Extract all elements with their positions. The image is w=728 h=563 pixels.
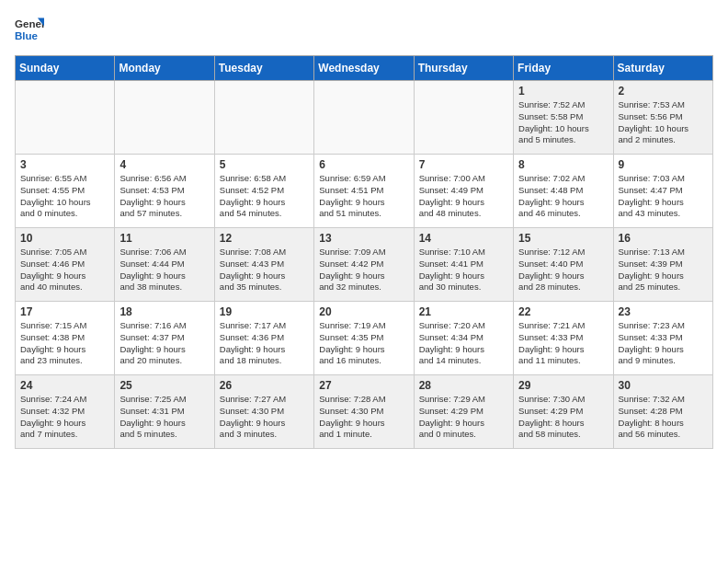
- day-number: 8: [518, 158, 608, 171]
- calendar-cell: 4Sunrise: 6:56 AM Sunset: 4:53 PM Daylig…: [115, 155, 214, 228]
- day-number: 9: [619, 158, 708, 171]
- day-number: 30: [619, 379, 708, 392]
- calendar-cell: 14Sunrise: 7:10 AM Sunset: 4:41 PM Dayli…: [414, 228, 513, 302]
- calendar-cell: 22Sunrise: 7:21 AM Sunset: 4:33 PM Dayli…: [514, 302, 613, 375]
- cell-details: Sunrise: 7:15 AM Sunset: 4:38 PM Dayligh…: [20, 320, 109, 367]
- cell-details: Sunrise: 7:52 AM Sunset: 5:58 PM Dayligh…: [518, 99, 608, 146]
- col-header-thursday: Thursday: [414, 56, 513, 81]
- day-number: 17: [20, 305, 109, 318]
- calendar-cell: [115, 81, 214, 155]
- cell-details: Sunrise: 7:23 AM Sunset: 4:33 PM Dayligh…: [619, 320, 708, 367]
- day-number: 27: [319, 379, 408, 392]
- day-number: 24: [20, 379, 109, 392]
- cell-details: Sunrise: 7:06 AM Sunset: 4:44 PM Dayligh…: [119, 247, 209, 293]
- day-number: 7: [419, 158, 508, 171]
- week-row-1: 1Sunrise: 7:52 AM Sunset: 5:58 PM Daylig…: [16, 81, 713, 155]
- cell-details: Sunrise: 7:19 AM Sunset: 4:35 PM Dayligh…: [319, 320, 408, 367]
- col-header-wednesday: Wednesday: [314, 56, 414, 81]
- col-header-sunday: Sunday: [16, 56, 115, 81]
- svg-text:Blue: Blue: [15, 30, 39, 41]
- logo-icon: General Blue: [15, 15, 44, 44]
- calendar-cell: 3Sunrise: 6:55 AM Sunset: 4:55 PM Daylig…: [16, 155, 115, 228]
- calendar-cell: 26Sunrise: 7:27 AM Sunset: 4:30 PM Dayli…: [214, 375, 313, 449]
- calendar-cell: 27Sunrise: 7:28 AM Sunset: 4:30 PM Dayli…: [314, 375, 414, 449]
- day-number: 20: [319, 305, 408, 318]
- cell-details: Sunrise: 7:08 AM Sunset: 4:43 PM Dayligh…: [220, 247, 309, 293]
- col-header-monday: Monday: [115, 56, 214, 81]
- cell-details: Sunrise: 7:20 AM Sunset: 4:34 PM Dayligh…: [419, 320, 508, 367]
- calendar-cell: [414, 81, 513, 155]
- calendar-body: 1Sunrise: 7:52 AM Sunset: 5:58 PM Daylig…: [16, 81, 713, 449]
- calendar-header: SundayMondayTuesdayWednesdayThursdayFrid…: [16, 56, 713, 81]
- day-number: 16: [619, 232, 708, 245]
- day-number: 11: [119, 232, 209, 245]
- cell-details: Sunrise: 7:03 AM Sunset: 4:47 PM Dayligh…: [619, 173, 708, 220]
- calendar-cell: [16, 81, 115, 155]
- calendar-cell: 19Sunrise: 7:17 AM Sunset: 4:36 PM Dayli…: [214, 302, 313, 375]
- day-number: 5: [220, 158, 309, 171]
- week-row-4: 17Sunrise: 7:15 AM Sunset: 4:38 PM Dayli…: [16, 302, 713, 375]
- cell-details: Sunrise: 7:53 AM Sunset: 5:56 PM Dayligh…: [619, 99, 708, 146]
- day-number: 3: [20, 158, 109, 171]
- day-number: 2: [619, 85, 708, 98]
- calendar-cell: 23Sunrise: 7:23 AM Sunset: 4:33 PM Dayli…: [613, 302, 712, 375]
- calendar-cell: 16Sunrise: 7:13 AM Sunset: 4:39 PM Dayli…: [613, 228, 712, 302]
- calendar-cell: 29Sunrise: 7:30 AM Sunset: 4:29 PM Dayli…: [514, 375, 613, 449]
- calendar-cell: 8Sunrise: 7:02 AM Sunset: 4:48 PM Daylig…: [514, 155, 613, 228]
- cell-details: Sunrise: 7:29 AM Sunset: 4:29 PM Dayligh…: [419, 394, 508, 441]
- cell-details: Sunrise: 7:32 AM Sunset: 4:28 PM Dayligh…: [619, 394, 708, 441]
- calendar-table: SundayMondayTuesdayWednesdayThursdayFrid…: [15, 55, 713, 449]
- day-number: 28: [419, 379, 508, 392]
- cell-details: Sunrise: 7:28 AM Sunset: 4:30 PM Dayligh…: [319, 394, 408, 441]
- day-number: 1: [518, 85, 608, 98]
- calendar-cell: 11Sunrise: 7:06 AM Sunset: 4:44 PM Dayli…: [115, 228, 214, 302]
- cell-details: Sunrise: 7:30 AM Sunset: 4:29 PM Dayligh…: [518, 394, 608, 441]
- cell-details: Sunrise: 7:24 AM Sunset: 4:32 PM Dayligh…: [20, 394, 109, 441]
- calendar-cell: 18Sunrise: 7:16 AM Sunset: 4:37 PM Dayli…: [115, 302, 214, 375]
- cell-details: Sunrise: 7:16 AM Sunset: 4:37 PM Dayligh…: [119, 320, 209, 367]
- cell-details: Sunrise: 7:27 AM Sunset: 4:30 PM Dayligh…: [220, 394, 309, 441]
- calendar-cell: 20Sunrise: 7:19 AM Sunset: 4:35 PM Dayli…: [314, 302, 414, 375]
- cell-details: Sunrise: 7:21 AM Sunset: 4:33 PM Dayligh…: [518, 320, 608, 367]
- week-row-3: 10Sunrise: 7:05 AM Sunset: 4:46 PM Dayli…: [16, 228, 713, 302]
- cell-details: Sunrise: 7:12 AM Sunset: 4:40 PM Dayligh…: [518, 247, 608, 293]
- cell-details: Sunrise: 7:09 AM Sunset: 4:42 PM Dayligh…: [319, 247, 408, 293]
- cell-details: Sunrise: 7:25 AM Sunset: 4:31 PM Dayligh…: [119, 394, 209, 441]
- day-number: 10: [20, 232, 109, 245]
- day-number: 25: [119, 379, 209, 392]
- calendar-cell: 7Sunrise: 7:00 AM Sunset: 4:49 PM Daylig…: [414, 155, 513, 228]
- cell-details: Sunrise: 7:02 AM Sunset: 4:48 PM Dayligh…: [518, 173, 608, 220]
- day-number: 13: [319, 232, 408, 245]
- cell-details: Sunrise: 6:55 AM Sunset: 4:55 PM Dayligh…: [20, 173, 109, 220]
- calendar-cell: 2Sunrise: 7:53 AM Sunset: 5:56 PM Daylig…: [613, 81, 712, 155]
- col-header-friday: Friday: [514, 56, 613, 81]
- day-number: 19: [220, 305, 309, 318]
- day-number: 12: [220, 232, 309, 245]
- week-row-2: 3Sunrise: 6:55 AM Sunset: 4:55 PM Daylig…: [16, 155, 713, 228]
- cell-details: Sunrise: 7:05 AM Sunset: 4:46 PM Dayligh…: [20, 247, 109, 293]
- day-number: 23: [619, 305, 708, 318]
- calendar-cell: 10Sunrise: 7:05 AM Sunset: 4:46 PM Dayli…: [16, 228, 115, 302]
- day-number: 18: [119, 305, 209, 318]
- calendar-cell: 21Sunrise: 7:20 AM Sunset: 4:34 PM Dayli…: [414, 302, 513, 375]
- day-number: 26: [220, 379, 309, 392]
- cell-details: Sunrise: 7:17 AM Sunset: 4:36 PM Dayligh…: [220, 320, 309, 367]
- calendar-cell: 1Sunrise: 7:52 AM Sunset: 5:58 PM Daylig…: [514, 81, 613, 155]
- calendar-cell: 25Sunrise: 7:25 AM Sunset: 4:31 PM Dayli…: [115, 375, 214, 449]
- cell-details: Sunrise: 6:56 AM Sunset: 4:53 PM Dayligh…: [119, 173, 209, 220]
- day-number: 22: [518, 305, 608, 318]
- logo: General Blue: [15, 15, 44, 44]
- cell-details: Sunrise: 7:00 AM Sunset: 4:49 PM Dayligh…: [419, 173, 508, 220]
- calendar-cell: 24Sunrise: 7:24 AM Sunset: 4:32 PM Dayli…: [16, 375, 115, 449]
- cell-details: Sunrise: 7:10 AM Sunset: 4:41 PM Dayligh…: [419, 247, 508, 293]
- calendar-cell: 5Sunrise: 6:58 AM Sunset: 4:52 PM Daylig…: [214, 155, 313, 228]
- day-number: 21: [419, 305, 508, 318]
- header: General Blue: [15, 15, 713, 44]
- cell-details: Sunrise: 6:58 AM Sunset: 4:52 PM Dayligh…: [220, 173, 309, 220]
- calendar-cell: 15Sunrise: 7:12 AM Sunset: 4:40 PM Dayli…: [514, 228, 613, 302]
- week-row-5: 24Sunrise: 7:24 AM Sunset: 4:32 PM Dayli…: [16, 375, 713, 449]
- day-number: 15: [518, 232, 608, 245]
- calendar-cell: [214, 81, 313, 155]
- cell-details: Sunrise: 7:13 AM Sunset: 4:39 PM Dayligh…: [619, 247, 708, 293]
- day-number: 14: [419, 232, 508, 245]
